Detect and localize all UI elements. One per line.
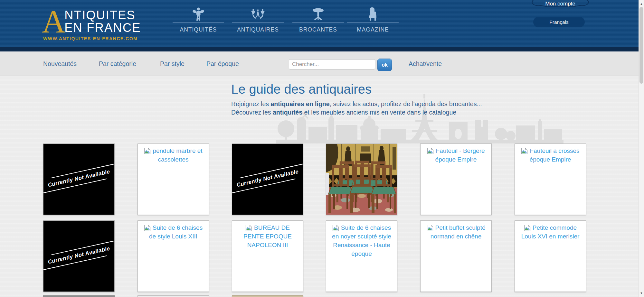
product-card-photo[interactable] — [326, 144, 397, 215]
product-card-partial[interactable] — [43, 295, 115, 297]
menu-label: BROCANTES — [292, 26, 344, 33]
product-title-link[interactable]: Fauteuil à crosses époque Empire — [530, 147, 580, 163]
broken-image-icon — [524, 225, 531, 231]
product-card[interactable]: Fauteuil - Bergère époque Empire — [420, 144, 492, 215]
menu-underline — [292, 23, 344, 23]
armchair-icon — [347, 7, 399, 21]
product-title-link[interactable]: Petit buffet sculpté normand en chêne — [431, 224, 486, 240]
broken-image-icon — [332, 225, 339, 231]
nav-link-par-epoque[interactable]: Par époque — [206, 52, 239, 76]
intro-text: Rejoignez les antiquaires en ligne, suiv… — [231, 100, 482, 116]
header-menu-brocantes[interactable]: BROCANTES — [292, 7, 344, 33]
product-card[interactable]: BUREAU DE PENTE EPOQUE NAPOLEON III — [232, 220, 303, 292]
menu-underline — [347, 23, 399, 23]
scrollbar-thumb[interactable] — [639, 7, 643, 84]
broken-image-icon — [144, 148, 151, 154]
broken-image-icon — [245, 225, 252, 231]
not-available-stamp: Currently Not Available — [43, 240, 115, 271]
search-input[interactable] — [289, 59, 375, 70]
product-photo-six-chairs — [326, 144, 397, 215]
header-menu-antiquites[interactable]: ANTIQUITÉS — [173, 7, 224, 33]
broken-image-icon — [427, 225, 433, 231]
product-card-partial[interactable] — [137, 295, 209, 297]
site-logo[interactable]: A NTIQUITES EN FRANCE WWW.ANTIQUITES-EN-… — [43, 8, 143, 43]
menu-label: ANTIQUAIRES — [232, 26, 284, 33]
broken-image-icon — [521, 148, 528, 154]
header-menu-magazine[interactable]: MAGAZINE — [347, 7, 399, 33]
language-button[interactable]: Français — [533, 17, 585, 27]
product-card-unavailable[interactable]: Currently Not Available — [43, 144, 115, 215]
product-card-unavailable[interactable]: Currently Not Available — [232, 144, 303, 215]
language-label: Français — [549, 19, 568, 25]
product-card[interactable]: Petite commode Louis XVI en merisier — [515, 220, 586, 292]
nav-link-par-style[interactable]: Par style — [160, 52, 185, 76]
nav-link-nouveautes[interactable]: Nouveautés — [43, 52, 77, 76]
pedestal-table-icon — [292, 7, 344, 21]
nav-link-par-categorie[interactable]: Par catégorie — [99, 52, 136, 76]
wall-sconces-icon — [232, 7, 284, 21]
logo-line2: EN FRANCE — [64, 21, 141, 35]
broken-image-icon — [427, 148, 434, 154]
nav-link-achat-vente[interactable]: Achat/vente — [409, 52, 442, 76]
search-ok-button[interactable]: ok — [377, 59, 392, 71]
menu-label: ANTIQUITÉS — [173, 26, 224, 33]
broken-image-icon — [144, 225, 151, 231]
account-button[interactable]: Mon compte — [530, 0, 591, 7]
cherub-icon — [173, 7, 224, 21]
logo-line1: NTIQUITES — [64, 8, 136, 22]
scrollbar-up-arrow[interactable]: ▲ — [639, 1, 644, 6]
menu-underline — [232, 23, 284, 23]
product-title-link[interactable]: pendule marbre et cassolettes — [153, 147, 202, 163]
product-title-link[interactable]: Suite de 6 chaises de style Louis XIII — [149, 224, 203, 240]
product-title-link[interactable]: Suite de 6 chaises en noyer sculpté styl… — [332, 224, 391, 257]
logo-initial: A — [42, 5, 66, 38]
not-available-stamp: Currently Not Available — [43, 163, 115, 194]
product-card-unavailable[interactable]: Currently Not Available — [43, 220, 115, 292]
header-bottom-band — [0, 47, 644, 51]
header-menu-antiquaires[interactable]: ANTIQUAIRES — [232, 7, 284, 33]
secondary-navbar: Nouveautés Par catégorie Par style Par é… — [0, 51, 644, 76]
product-card[interactable]: Suite de 6 chaises en noyer sculpté styl… — [326, 220, 397, 292]
account-label: Mon compte — [545, 1, 575, 7]
vertical-scrollbar[interactable]: ▲ ▼ — [639, 0, 644, 297]
scrollbar-down-arrow[interactable]: ▼ — [639, 291, 644, 296]
menu-underline — [173, 23, 224, 23]
product-card-partial[interactable] — [232, 295, 303, 297]
paris-skyline-watermark — [276, 91, 564, 144]
menu-label: MAGAZINE — [347, 26, 399, 33]
product-card[interactable]: Petit buffet sculpté normand en chêne — [420, 220, 492, 292]
product-card[interactable]: pendule marbre et cassolettes — [137, 144, 209, 215]
page-title: Le guide des antiquaires — [231, 82, 372, 97]
logo-url: WWW.ANTIQUITES-EN-FRANCE.COM — [43, 36, 137, 41]
not-available-stamp: Currently Not Available — [232, 163, 303, 194]
product-card[interactable]: Fauteuil à crosses époque Empire — [515, 144, 586, 215]
product-card[interactable]: Suite de 6 chaises de style Louis XIII — [137, 220, 209, 292]
product-title-link[interactable]: Fauteuil - Bergère époque Empire — [435, 147, 485, 163]
